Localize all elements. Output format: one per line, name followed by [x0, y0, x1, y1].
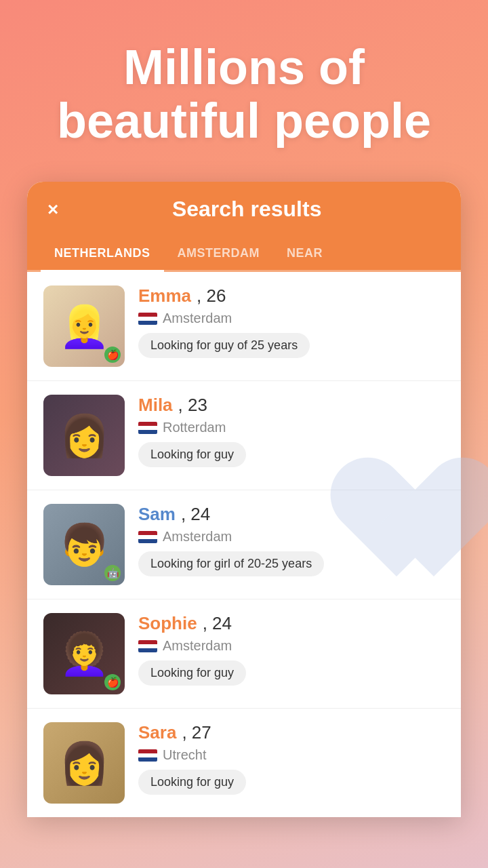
user-location: Utrecht [138, 747, 445, 763]
user-age: , 26 [197, 285, 226, 307]
avatar: 👱‍♀️ 🍎 [43, 285, 125, 367]
avatar: 👩 [43, 395, 125, 476]
close-button[interactable]: × [47, 199, 58, 220]
user-info: Sophie , 24 Amsterdam Looking for guy [138, 613, 445, 686]
user-location: Amsterdam [138, 638, 445, 654]
apple-icon: 🍎 [104, 674, 121, 690]
looking-for-tag: Looking for girl of 20-25 years [138, 551, 324, 576]
flag-icon [138, 749, 157, 762]
avatar-face: 👩 [43, 722, 125, 804]
tab-bar: NETHERLANDS AMSTERDAM NEAR [27, 237, 461, 272]
looking-for-tag: Looking for guy [138, 660, 246, 686]
user-info: Mila , 23 Rotterdam Looking for guy [138, 395, 445, 467]
card-title: Search results [72, 197, 441, 222]
user-age: , 27 [182, 722, 211, 743]
flag-icon [138, 640, 157, 652]
avatar: 👩‍🦱 🍎 [43, 613, 125, 694]
user-location: Rotterdam [138, 420, 445, 435]
avatar: 👩 [43, 722, 125, 804]
user-info: Sara , 27 Utrecht Looking for guy [138, 722, 445, 795]
name-row: Emma , 26 [138, 285, 445, 307]
user-name: Mila [138, 395, 173, 416]
user-name: Sam [138, 504, 176, 525]
list-item[interactable]: 👩 Sara , 27 Utrecht Looking for guy [27, 709, 461, 817]
name-row: Sara , 27 [138, 722, 445, 743]
android-icon: 🤖 [104, 565, 121, 581]
city-label: Amsterdam [163, 311, 232, 326]
avatar-face: 👩 [43, 395, 125, 476]
flag-icon [138, 422, 157, 434]
looking-for-tag: Looking for guy [138, 770, 246, 795]
name-row: Mila , 23 [138, 395, 445, 416]
looking-for-tag: Looking for guy of 25 years [138, 333, 310, 358]
user-age: , 24 [203, 613, 232, 634]
flag-icon [138, 313, 157, 325]
name-row: Sophie , 24 [138, 613, 445, 634]
looking-for-tag: Looking for guy [138, 442, 246, 467]
tab-near[interactable]: NEAR [273, 237, 336, 272]
flag-icon [138, 531, 157, 543]
apple-icon: 🍎 [104, 347, 121, 363]
online-badge: 🍎 [104, 347, 121, 363]
card-header: × Search results [27, 182, 461, 237]
user-age: , 23 [178, 395, 207, 416]
heart-decoration [359, 461, 488, 610]
tab-netherlands[interactable]: NETHERLANDS [41, 237, 164, 272]
city-label: Amsterdam [163, 529, 232, 545]
user-name: Emma [138, 285, 191, 307]
headline: Millions of beautiful people [0, 0, 488, 168]
user-name: Sara [138, 722, 176, 743]
tab-amsterdam[interactable]: AMSTERDAM [164, 237, 274, 272]
user-info: Emma , 26 Amsterdam Looking for guy of 2… [138, 285, 445, 358]
online-badge: 🍎 [104, 674, 121, 690]
city-label: Utrecht [163, 747, 206, 763]
user-age: , 24 [181, 504, 210, 525]
city-label: Rotterdam [163, 420, 226, 435]
list-item[interactable]: 👱‍♀️ 🍎 Emma , 26 Amsterdam [27, 272, 461, 381]
city-label: Amsterdam [163, 638, 232, 654]
list-item[interactable]: 👩‍🦱 🍎 Sophie , 24 Amsterdam [27, 599, 461, 709]
online-badge: 🤖 [104, 565, 121, 581]
user-name: Sophie [138, 613, 197, 634]
avatar: 👦 🤖 [43, 504, 125, 585]
user-location: Amsterdam [138, 311, 445, 326]
